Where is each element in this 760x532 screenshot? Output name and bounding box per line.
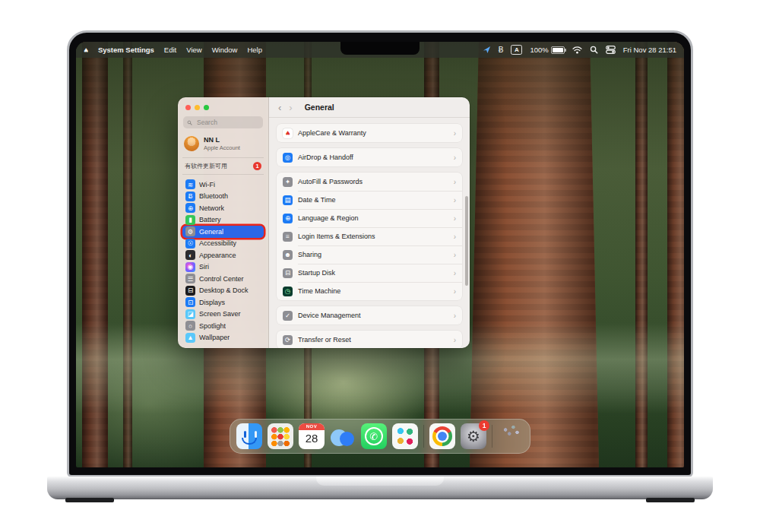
transfer-reset-icon: ⟳ xyxy=(283,335,293,345)
settings-row-autofill[interactable]: ✦AutoFill & Passwords› xyxy=(277,173,462,191)
sidebar-item-desktop-dock[interactable]: ⊟Desktop & Dock xyxy=(182,285,264,297)
sidebar-item-label: Spotlight xyxy=(199,322,226,330)
menu-view[interactable]: View xyxy=(186,46,201,54)
sidebar-item-label: Control Center xyxy=(199,275,244,283)
settings-row-label: Login Items & Extensions xyxy=(298,233,448,240)
forward-button[interactable]: › xyxy=(287,103,293,112)
sidebar-item-label: General xyxy=(199,228,223,236)
calendar-month: NOV xyxy=(299,423,325,430)
bluetooth-icon[interactable]: Ƀ xyxy=(499,46,504,54)
dock-trash-icon[interactable] xyxy=(498,423,524,449)
dock-separator xyxy=(492,425,492,448)
sidebar-item-bluetooth[interactable]: ɃBluetooth xyxy=(182,191,264,203)
dock-finder-icon[interactable] xyxy=(236,423,262,449)
desktop-wallpaper: ♥ System Settings EditViewWindowHelp Ƀ A… xyxy=(76,42,684,467)
settings-groups: ♥AppleCare & Warranty›◎AirDrop & Handoff… xyxy=(269,118,470,348)
sidebar-item-displays[interactable]: ⊡Displays xyxy=(182,296,264,309)
sidebar-item-label: Screen Saver xyxy=(199,310,241,318)
settings-row-applecare[interactable]: ♥AppleCare & Warranty› xyxy=(277,124,462,142)
dock-whatsapp-icon[interactable]: ✆ xyxy=(361,423,387,449)
chevron-right-icon: › xyxy=(454,269,456,277)
sidebar-item-screen-saver[interactable]: ◪Screen Saver xyxy=(182,309,264,321)
settings-group: ✦AutoFill & Passwords›▤Date & Time›⊕Lang… xyxy=(277,173,462,300)
minimize-button[interactable] xyxy=(195,105,200,110)
sidebar-item-accessibility[interactable]: ☉Accessibility xyxy=(182,238,264,250)
sidebar-item-wallpaper[interactable]: ▲Wallpaper xyxy=(182,332,264,344)
settings-row-language-region[interactable]: ⊕Language & Region› xyxy=(277,209,462,227)
settings-row-airdrop[interactable]: ◎AirDrop & Handoff› xyxy=(277,148,462,166)
desktop-dock-icon: ⊟ xyxy=(185,286,195,296)
settings-row-startup-disk[interactable]: ⊟Startup Disk› xyxy=(277,264,462,282)
account-subtitle: Apple Account xyxy=(204,144,240,151)
menubar-app-name[interactable]: System Settings xyxy=(98,46,154,54)
spotlight-search-icon[interactable] xyxy=(590,46,598,54)
input-source-icon[interactable]: A xyxy=(511,45,522,55)
battery-icon xyxy=(551,46,565,54)
dock-launchpad-icon[interactable] xyxy=(268,423,293,449)
language-region-icon: ⊕ xyxy=(283,214,293,223)
sharing-icon: ☻ xyxy=(283,250,293,260)
bluetooth-icon: Ƀ xyxy=(185,192,195,201)
sidebar-item-spotlight[interactable]: ○Spotlight xyxy=(182,320,264,332)
apple-account-row[interactable]: NN L Apple Account xyxy=(182,135,264,157)
date-time-icon: ▤ xyxy=(283,195,293,205)
vpn-plane-icon[interactable] xyxy=(483,46,491,54)
control-center-icon: ☰ xyxy=(185,274,195,283)
scrollbar-thumb[interactable] xyxy=(465,196,468,286)
sidebar-item-general[interactable]: ⚙General xyxy=(182,226,264,238)
displays-icon: ⊡ xyxy=(185,297,195,307)
sidebar-item-network[interactable]: ⊕Network xyxy=(182,202,264,214)
chevron-right-icon: › xyxy=(454,233,456,241)
control-center-icon[interactable] xyxy=(606,46,616,54)
settings-row-login-items[interactable]: ≡Login Items & Extensions› xyxy=(277,227,462,245)
software-update-row[interactable]: 有软件更新可用 1 xyxy=(182,157,264,175)
menu-help[interactable]: Help xyxy=(247,46,262,54)
chevron-right-icon: › xyxy=(454,251,456,259)
sidebar-search[interactable] xyxy=(183,116,263,128)
sidebar-item-control-center[interactable]: ☰Control Center xyxy=(182,273,264,285)
sidebar-item-label: Bluetooth xyxy=(199,192,228,200)
sidebar-item-appearance[interactable]: ◐Appearance xyxy=(182,249,264,261)
battery-indicator[interactable]: 100% xyxy=(530,46,564,54)
camera-notch xyxy=(340,42,420,55)
settings-row-label: Startup Disk xyxy=(298,269,448,277)
settings-row-transfer-reset[interactable]: ⟳Transfer or Reset› xyxy=(277,331,462,348)
settings-row-device-management[interactable]: ✓Device Management› xyxy=(277,306,462,325)
device-management-icon: ✓ xyxy=(283,311,293,321)
login-items-icon: ≡ xyxy=(283,232,293,242)
sidebar-item-label: Network xyxy=(199,204,224,212)
settings-sidebar: NN L Apple Account 有软件更新可用 1 ≋Wi-FiɃBlue… xyxy=(178,97,269,348)
page-background: ♥ System Settings EditViewWindowHelp Ƀ A… xyxy=(0,0,760,532)
back-button[interactable]: ‹ xyxy=(277,103,283,112)
zoom-button[interactable] xyxy=(204,105,209,110)
sidebar-item-siri[interactable]: ◉Siri xyxy=(182,261,264,274)
close-button[interactable] xyxy=(185,105,191,110)
laptop-base xyxy=(47,477,713,499)
account-name: NN L xyxy=(204,136,240,144)
sidebar-item-wifi[interactable]: ≋Wi-Fi xyxy=(182,179,264,191)
search-input[interactable] xyxy=(195,118,259,127)
chevron-right-icon: › xyxy=(454,129,456,138)
dock-system-settings-icon[interactable]: ⚙1 xyxy=(461,423,486,449)
settings-row-date-time[interactable]: ▤Date & Time› xyxy=(277,191,462,209)
menubar-clock[interactable]: Fri Nov 28 21:51 xyxy=(623,46,676,54)
dock-slack-icon[interactable] xyxy=(392,423,418,449)
chevron-right-icon: › xyxy=(454,312,456,320)
menu-edit[interactable]: Edit xyxy=(164,46,176,54)
wifi-icon[interactable] xyxy=(572,46,582,54)
sidebar-item-battery[interactable]: ▮Battery xyxy=(182,214,264,226)
menu-window[interactable]: Window xyxy=(212,46,238,54)
apple-logo-icon[interactable]: ♥ xyxy=(84,46,88,54)
main-header: ‹ › General xyxy=(269,97,470,118)
settings-row-time-machine[interactable]: ◷Time Machine› xyxy=(277,282,462,300)
settings-row-sharing[interactable]: ☻Sharing› xyxy=(277,245,462,264)
sidebar-item-label: Displays xyxy=(199,299,225,306)
settings-row-label: Date & Time xyxy=(298,196,448,204)
dock-chrome-icon[interactable] xyxy=(429,423,455,449)
dock-calendar-icon[interactable]: NOV28 xyxy=(299,423,325,449)
settings-group: ♥AppleCare & Warranty› xyxy=(277,124,462,142)
sidebar-item-label: Wi-Fi xyxy=(199,181,215,188)
chevron-right-icon: › xyxy=(454,178,456,186)
dock-cloud-app-icon[interactable] xyxy=(330,423,356,449)
laptop-foot xyxy=(646,498,695,502)
